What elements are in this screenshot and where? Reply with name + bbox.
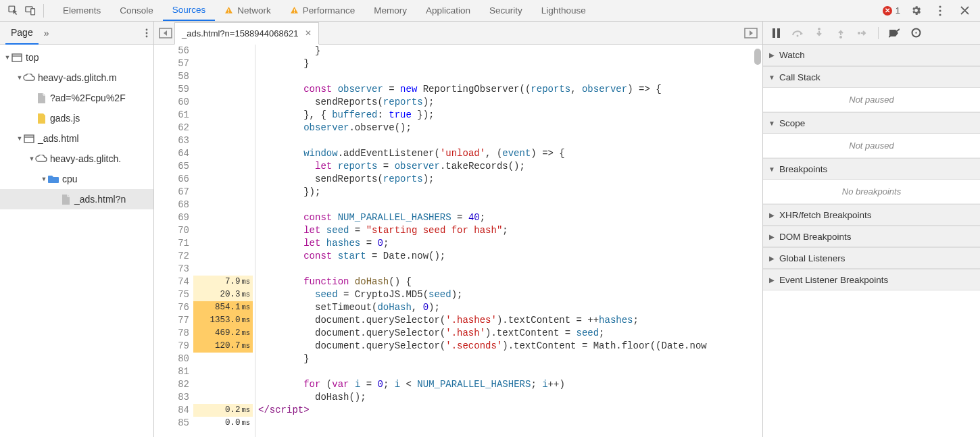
code-line: doHash();: [258, 391, 762, 404]
error-badge[interactable]: ✕1: [883, 5, 900, 16]
section-label: Call Stack: [779, 72, 820, 82]
file-navigator: Page » ▼top▼heavy-ads.glitch.m▶?ad=%2Fcp…: [0, 22, 154, 437]
tab-memory[interactable]: Memory: [364, 0, 416, 21]
code-line: [258, 199, 762, 211]
divider: [43, 4, 44, 18]
dbg-section-dom-breakpoints[interactable]: ▶DOM Breakpoints: [763, 226, 980, 247]
file-tab[interactable]: _ads.html?n=1588944068621 ✕: [174, 22, 319, 45]
tab-application[interactable]: Application: [416, 0, 480, 21]
chevron-icon: ▶: [768, 255, 775, 262]
line-number: 69: [154, 211, 193, 224]
nav-header: Page »: [0, 22, 153, 45]
tree-item[interactable]: ▶_ads.html?n: [0, 189, 153, 209]
svg-rect-6: [294, 12, 295, 13]
debug-controls: [763, 22, 980, 45]
code-line: window.addEventListener('unload', (event…: [258, 147, 762, 160]
dbg-section-global-listeners[interactable]: ▶Global Listeners: [763, 247, 980, 269]
step-out-icon[interactable]: [835, 27, 847, 39]
tab-network[interactable]: Network: [215, 0, 280, 21]
tree-item[interactable]: ▼_ads.html: [0, 128, 153, 149]
doc-icon: [35, 93, 47, 103]
line-number: 84: [154, 404, 193, 417]
dbg-section-watch[interactable]: ▶Watch: [763, 45, 980, 66]
device-toggle-icon[interactable]: [22, 2, 39, 20]
svg-point-21: [797, 34, 799, 36]
tree-item[interactable]: ▼heavy-ads.glitch.: [0, 149, 153, 169]
section-label: DOM Breakpoints: [779, 232, 852, 242]
close-tab-icon[interactable]: ✕: [305, 28, 312, 38]
step-icon[interactable]: [856, 27, 868, 39]
nav-more-icon[interactable]: »: [44, 28, 49, 38]
section-body: No breakpoints: [763, 180, 980, 204]
tab-console[interactable]: Console: [110, 0, 163, 21]
devtools-topbar: ElementsConsoleSourcesNetworkPerformance…: [0, 0, 980, 22]
kebab-menu-icon[interactable]: [931, 2, 949, 20]
deactivate-breakpoints-icon[interactable]: [888, 27, 900, 39]
tree-label: heavy-ads.glitch.: [50, 153, 121, 164]
tab-security[interactable]: Security: [480, 0, 532, 21]
dbg-section-event-listener-breakpoints[interactable]: ▶Event Listener Breakpoints: [763, 269, 980, 290]
step-over-icon[interactable]: [791, 27, 804, 39]
line-number: 59: [154, 83, 193, 96]
tab-performance[interactable]: Performance: [280, 0, 364, 21]
step-into-icon[interactable]: [813, 27, 825, 39]
dbg-section-xhr-fetch-breakpoints[interactable]: ▶XHR/fetch Breakpoints: [763, 204, 980, 226]
svg-rect-27: [915, 32, 916, 34]
nav-kebab-icon[interactable]: [145, 28, 148, 38]
code-line: document.querySelector('.seconds').textC…: [258, 340, 762, 353]
tree-twisty-icon: ▼: [28, 155, 35, 162]
svg-point-10: [146, 28, 148, 30]
tree-item[interactable]: ▶gads.js: [0, 108, 153, 128]
inspect-icon[interactable]: [4, 2, 22, 20]
svg-point-23: [839, 36, 842, 38]
section-body: Not paused: [763, 134, 980, 158]
tab-lighthouse[interactable]: Lighthouse: [532, 0, 595, 21]
dbg-section-call-stack[interactable]: ▼Call Stack: [763, 66, 980, 88]
tree-label: gads.js: [50, 113, 80, 124]
line-number: 85: [154, 417, 193, 430]
section-label: Breakpoints: [779, 164, 827, 174]
line-timing: 120.7ms: [193, 340, 253, 353]
editor-scrollbar[interactable]: [753, 45, 762, 437]
nav-forward-icon[interactable]: [742, 24, 760, 42]
tab-label: Security: [489, 5, 522, 16]
dbg-section-scope[interactable]: ▼Scope: [763, 112, 980, 134]
section-body: Not paused: [763, 88, 980, 112]
dbg-section-breakpoints[interactable]: ▼Breakpoints: [763, 158, 980, 180]
settings-icon[interactable]: [907, 2, 925, 20]
code-line: }, { buffered: true });: [258, 109, 762, 122]
code-editor[interactable]: 565758596061626364656667686970717273747.…: [154, 45, 762, 437]
tree-item[interactable]: ▶?ad=%2Fcpu%2F: [0, 88, 153, 108]
folder-icon: [47, 175, 59, 183]
svg-point-12: [146, 35, 148, 37]
section-label: XHR/fetch Breakpoints: [779, 210, 872, 220]
line-timing: 0.2ms: [193, 404, 253, 417]
line-number: 80: [154, 353, 193, 365]
section-label: Watch: [779, 50, 805, 60]
tree-item[interactable]: ▼heavy-ads.glitch.m: [0, 68, 153, 88]
section-label: Event Listener Breakpoints: [779, 275, 888, 285]
svg-rect-19: [773, 28, 775, 38]
tab-sources[interactable]: Sources: [163, 0, 216, 21]
line-number: 77: [154, 314, 193, 327]
line-timing: 0.0ms: [193, 417, 253, 430]
chevron-icon: ▼: [768, 74, 775, 81]
tab-elements[interactable]: Elements: [53, 0, 110, 21]
tree-twisty-icon: ▼: [16, 135, 23, 142]
page-tab[interactable]: Page: [5, 22, 39, 45]
tree-item[interactable]: ▼top: [0, 47, 153, 68]
line-number: 65: [154, 160, 193, 173]
close-devtools-icon[interactable]: [956, 2, 973, 20]
pause-icon[interactable]: [770, 27, 782, 39]
svg-rect-4: [228, 12, 229, 13]
file-tab-label: _ads.html?n=1588944068621: [182, 28, 298, 38]
pause-on-exceptions-icon[interactable]: [910, 27, 922, 39]
line-number: 56: [154, 45, 193, 57]
tree-item[interactable]: ▼cpu: [0, 169, 153, 189]
svg-point-11: [146, 32, 148, 34]
code-line: observer.observe();: [258, 122, 762, 134]
line-number: 70: [154, 224, 193, 237]
line-timing: 7.9ms: [193, 276, 253, 288]
nav-back-icon[interactable]: [157, 24, 174, 42]
editor-panel: _ads.html?n=1588944068621 ✕ 565758596061…: [154, 22, 763, 437]
